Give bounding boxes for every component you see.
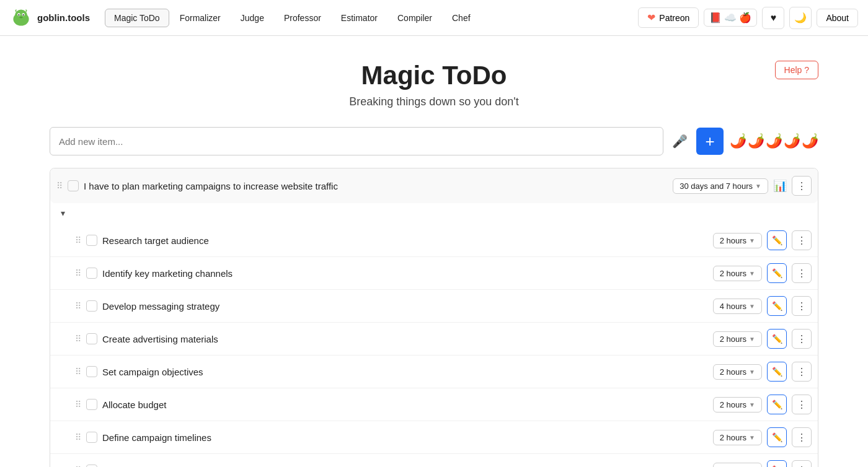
patreon-button[interactable]: ❤ Patreon (638, 7, 699, 28)
bar-chart-icon[interactable]: 📊 (773, 179, 787, 193)
navbar: goblin.tools Magic ToDo Formalizer Judge… (0, 0, 868, 36)
child-checkbox-0[interactable] (86, 235, 97, 246)
child-menu-button-6[interactable]: ⋮ (792, 427, 812, 447)
add-button[interactable]: + (696, 128, 724, 155)
child-time-value-3: 2 hours (720, 334, 746, 344)
child-task-row: ⠿ Create advertising materials 2 hours ▼… (50, 323, 818, 356)
child-drag-handle[interactable]: ⠿ (75, 432, 81, 442)
child-time-value-1: 2 hours (720, 269, 746, 278)
child-checkbox-1[interactable] (86, 268, 97, 279)
page-title: Magic ToDo (50, 61, 818, 90)
child-time-value-5: 2 hours (720, 400, 746, 409)
darkmode-button[interactable]: 🌙 (789, 7, 812, 29)
child-time-badge-6[interactable]: 2 hours ▼ (713, 430, 762, 445)
child-time-chevron-icon: ▼ (749, 270, 755, 277)
todo-list: ⠿ I have to plan marketing campaigns to … (50, 168, 818, 467)
spice-5[interactable]: 🌶️ (802, 133, 818, 149)
patreon-label: Patreon (659, 13, 689, 23)
child-time-badge-0[interactable]: 2 hours ▼ (713, 233, 762, 248)
spice-selector[interactable]: 🌶️ 🌶️ 🌶️ 🌶️ 🌶️ (730, 133, 818, 149)
task-input[interactable] (50, 127, 663, 155)
about-button[interactable]: About (817, 9, 858, 27)
child-task-label-5: Allocate budget (102, 399, 708, 410)
child-task-row: ⠿ Allocate budget 2 hours ▼ ✏️ ⋮ (50, 388, 818, 421)
nav-compiler[interactable]: Compiler (388, 9, 441, 27)
collapse-button[interactable]: ▾ (54, 204, 71, 222)
apple-icon: 🍎 (739, 12, 751, 24)
parent-drag-handle[interactable]: ⠿ (56, 181, 63, 191)
child-menu-button-1[interactable]: ⋮ (792, 263, 812, 283)
child-edit-button-3[interactable]: ✏️ (767, 329, 787, 349)
parent-time-chevron-icon: ▼ (755, 183, 761, 190)
page-header: Magic ToDo Breaking things down so you d… (50, 36, 818, 127)
spice-4[interactable]: 🌶️ (784, 133, 800, 149)
child-time-chevron-icon: ▼ (749, 369, 755, 375)
nav-professor[interactable]: Professor (275, 9, 330, 27)
child-edit-button-1[interactable]: ✏️ (767, 263, 787, 283)
spice-2[interactable]: 🌶️ (748, 133, 764, 149)
help-button[interactable]: Help ? (775, 61, 818, 79)
parent-checkbox[interactable] (68, 180, 79, 191)
child-drag-handle[interactable]: ⠿ (75, 301, 81, 311)
child-menu-button-4[interactable]: ⋮ (792, 362, 812, 382)
nav-judge[interactable]: Judge (231, 9, 273, 27)
child-edit-button-5[interactable]: ✏️ (767, 395, 787, 414)
child-checkbox-2[interactable] (86, 300, 97, 312)
child-time-badge-7[interactable]: 2 hours ▼ (713, 463, 762, 468)
parent-time-value: 30 days and 7 hours (680, 181, 753, 191)
child-edit-button-0[interactable]: ✏️ (767, 230, 787, 250)
child-edit-button-7[interactable]: ✏️ (767, 460, 787, 467)
child-task-row: ⠿ Define campaign timelines 2 hours ▼ ✏️… (50, 421, 818, 454)
nav-magic-todo[interactable]: Magic ToDo (105, 9, 169, 27)
child-checkbox-7[interactable] (86, 465, 97, 467)
logo-text: goblin.tools (37, 12, 90, 23)
parent-task-item: ⠿ I have to plan marketing campaigns to … (50, 168, 818, 467)
spice-1[interactable]: 🌶️ (730, 133, 746, 149)
add-icon: + (705, 132, 714, 151)
child-menu-button-5[interactable]: ⋮ (792, 395, 812, 414)
child-task-label-4: Set campaign objectives (102, 367, 708, 377)
nav-right: ❤ Patreon 📕 ☁️ 🍎 ♥ 🌙 About (638, 7, 858, 29)
child-time-badge-1[interactable]: 2 hours ▼ (713, 266, 762, 281)
child-menu-button-3[interactable]: ⋮ (792, 329, 812, 349)
nav-estimator[interactable]: Estimator (332, 9, 387, 27)
parent-time-badge[interactable]: 30 days and 7 hours ▼ (673, 178, 768, 194)
child-checkbox-6[interactable] (86, 432, 97, 443)
child-checkbox-4[interactable] (86, 366, 97, 377)
child-time-badge-2[interactable]: 4 hours ▼ (713, 299, 762, 314)
child-time-value-2: 4 hours (720, 302, 746, 311)
child-checkbox-3[interactable] (86, 333, 97, 344)
child-task-label-6: Define campaign timelines (102, 432, 708, 443)
child-task-row: ⠿ Monitor and analyze competitor campaig… (50, 454, 818, 467)
child-drag-handle[interactable]: ⠿ (75, 235, 81, 245)
child-edit-button-6[interactable]: ✏️ (767, 427, 787, 447)
child-menu-button-0[interactable]: ⋮ (792, 230, 812, 250)
child-menu-button-2[interactable]: ⋮ (792, 296, 812, 316)
child-menu-button-7[interactable]: ⋮ (792, 460, 812, 467)
child-time-chevron-icon: ▼ (749, 434, 755, 441)
heart-button[interactable]: ♥ (762, 7, 784, 29)
child-drag-handle[interactable]: ⠿ (75, 399, 81, 409)
parent-task-label: I have to plan marketing campaigns to in… (84, 181, 668, 191)
nav-chef[interactable]: Chef (443, 9, 480, 27)
parent-menu-button[interactable]: ⋮ (792, 176, 812, 196)
cloud-icon: ☁️ (724, 12, 737, 24)
child-checkbox-5[interactable] (86, 399, 97, 410)
child-time-badge-3[interactable]: 2 hours ▼ (713, 331, 762, 347)
child-time-badge-5[interactable]: 2 hours ▼ (713, 397, 762, 412)
app-store-icons[interactable]: 📕 ☁️ 🍎 (704, 9, 757, 27)
mic-button[interactable]: 🎤 (670, 131, 690, 151)
child-drag-handle[interactable]: ⠿ (75, 268, 81, 278)
child-time-badge-4[interactable]: 2 hours ▼ (713, 364, 762, 380)
child-drag-handle[interactable]: ⠿ (75, 334, 81, 344)
child-drag-handle[interactable]: ⠿ (75, 367, 81, 377)
child-edit-button-2[interactable]: ✏️ (767, 296, 787, 316)
nav-formalizer[interactable]: Formalizer (170, 9, 230, 27)
child-time-value-6: 2 hours (720, 433, 746, 442)
logo-area[interactable]: goblin.tools (10, 7, 90, 29)
spice-3[interactable]: 🌶️ (766, 133, 782, 149)
children-container: ⠿ Research target audience 2 hours ▼ ✏️ … (50, 224, 818, 467)
input-row: 🎤 + 🌶️ 🌶️ 🌶️ 🌶️ 🌶️ (50, 127, 818, 155)
child-edit-button-4[interactable]: ✏️ (767, 362, 787, 382)
child-task-label-3: Create advertising materials (102, 334, 708, 344)
